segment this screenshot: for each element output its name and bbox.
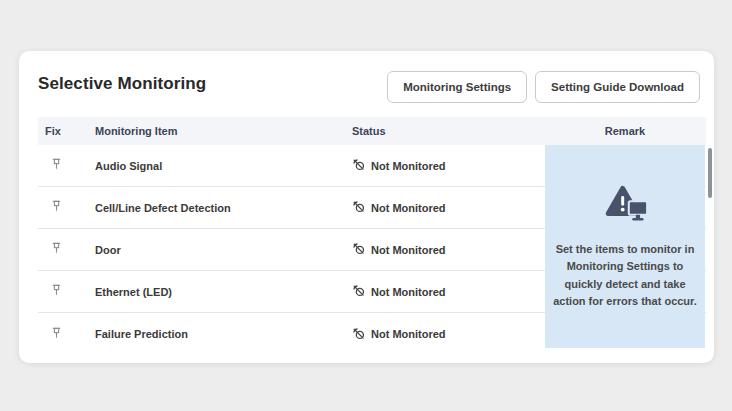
- status-label: Not Monitored: [371, 286, 446, 298]
- link-off-icon: [352, 327, 365, 342]
- column-header-item: Monitoring Item: [95, 125, 352, 137]
- pin-button[interactable]: [50, 157, 63, 174]
- pin-button[interactable]: [50, 283, 63, 300]
- status-cell: Not Monitored: [352, 242, 545, 257]
- warning-monitor-icon: [602, 183, 649, 228]
- column-header-fix: Fix: [38, 125, 95, 137]
- status-cell: Not Monitored: [352, 200, 545, 215]
- setting-guide-download-button[interactable]: Setting Guide Download: [535, 71, 700, 103]
- vertical-scrollbar-thumb[interactable]: [708, 148, 712, 198]
- link-off-icon: [352, 200, 365, 215]
- card-actions: Monitoring Settings Setting Guide Downlo…: [387, 71, 700, 103]
- link-off-icon: [352, 242, 365, 257]
- pin-button[interactable]: [50, 241, 63, 258]
- pin-icon: [50, 199, 63, 216]
- link-off-icon: [352, 284, 365, 299]
- pin-icon: [50, 241, 63, 258]
- link-off-icon: [352, 158, 365, 173]
- fix-cell: [38, 241, 95, 258]
- column-header-status: Status: [352, 125, 545, 137]
- fix-cell: [38, 199, 95, 216]
- page-title: Selective Monitoring: [38, 74, 206, 94]
- status-label: Not Monitored: [371, 328, 446, 340]
- selective-monitoring-card: Selective Monitoring Monitoring Settings…: [19, 51, 714, 363]
- status-label: Not Monitored: [371, 202, 446, 214]
- status-label: Not Monitored: [371, 160, 446, 172]
- page-background: { "card": { "title": "Selective Monitori…: [0, 0, 732, 411]
- pin-icon: [50, 157, 63, 174]
- monitoring-item-label: Audio Signal: [95, 160, 352, 172]
- remark-info-panel: Set the items to monitor in Monitoring S…: [545, 145, 705, 348]
- status-cell: Not Monitored: [352, 327, 545, 342]
- monitoring-settings-button[interactable]: Monitoring Settings: [387, 71, 527, 103]
- column-header-remark: Remark: [545, 125, 705, 137]
- pin-icon: [50, 283, 63, 300]
- status-cell: Not Monitored: [352, 158, 545, 173]
- pin-button[interactable]: [50, 199, 63, 216]
- fix-cell: [38, 283, 95, 300]
- monitoring-item-label: Cell/Line Defect Detection: [95, 202, 352, 214]
- table-header-row: Fix Monitoring Item Status Remark: [38, 117, 706, 145]
- monitoring-item-label: Door: [95, 244, 352, 256]
- pin-button[interactable]: [50, 326, 63, 343]
- monitoring-item-label: Failure Prediction: [95, 328, 352, 340]
- pin-icon: [50, 326, 63, 343]
- remark-panel-text: Set the items to monitor in Monitoring S…: [550, 241, 700, 309]
- status-label: Not Monitored: [371, 244, 446, 256]
- monitoring-item-label: Ethernet (LED): [95, 286, 352, 298]
- fix-cell: [38, 326, 95, 343]
- fix-cell: [38, 157, 95, 174]
- status-cell: Not Monitored: [352, 284, 545, 299]
